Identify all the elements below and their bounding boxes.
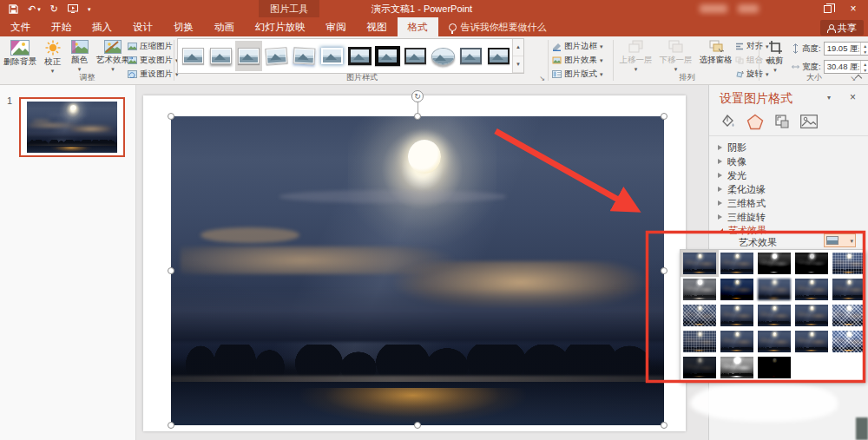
artistic-effect-thumb[interactable] — [683, 253, 716, 274]
ribbon-tab[interactable]: 视图 — [357, 17, 398, 36]
picture-category-icon[interactable] — [799, 111, 819, 132]
artistic-effect-thumb[interactable] — [795, 305, 828, 326]
send-backward-button[interactable]: 下移一层 ▾ — [656, 39, 695, 71]
artistic-effect-thumb[interactable] — [683, 305, 716, 326]
start-slideshow-icon[interactable] — [68, 4, 78, 13]
save-icon[interactable] — [9, 4, 18, 14]
close-window-button[interactable]: × — [842, 0, 865, 17]
redo-icon[interactable]: ↻ — [50, 0, 58, 17]
picture-style-thumb[interactable] — [402, 41, 429, 71]
pane-section-row[interactable]: 三维格式 — [718, 196, 863, 210]
pane-section-row[interactable]: 映像 — [718, 154, 863, 168]
artistic-effect-thumb[interactable] — [720, 357, 753, 378]
gallery-scroll-up-button[interactable]: ▲ — [513, 39, 523, 56]
ribbon-tab[interactable]: 切换 — [163, 17, 204, 36]
resize-handle-right[interactable] — [661, 267, 667, 274]
pane-section-row[interactable]: 柔化边缘 — [718, 182, 863, 196]
artistic-effect-thumb[interactable] — [720, 331, 753, 352]
customize-qat-icon[interactable]: ▾ — [88, 7, 91, 11]
pane-section-row[interactable]: 阴影 — [718, 141, 863, 154]
ribbon-tab[interactable]: 格式 — [398, 17, 438, 36]
ribbon-tab[interactable]: 文件 — [0, 17, 41, 36]
picture-style-thumb[interactable] — [346, 41, 373, 71]
artistic-effect-thumb[interactable] — [683, 331, 716, 352]
ribbon-tab[interactable]: 开始 — [41, 17, 82, 36]
artistic-effect-thumb[interactable] — [758, 331, 791, 352]
resize-handle-left[interactable] — [168, 267, 174, 274]
picture-style-thumb[interactable] — [430, 41, 457, 71]
artistic-effect-thumb[interactable] — [832, 279, 865, 300]
picture-style-thumb[interactable] — [485, 41, 512, 71]
artistic-effect-thumb[interactable] — [832, 305, 865, 326]
artistic-effect-thumb[interactable] — [720, 279, 753, 300]
slide[interactable]: ↻ — [143, 95, 686, 431]
artistic-effect-thumb[interactable] — [720, 305, 753, 326]
collapse-ribbon-icon[interactable] — [856, 74, 862, 80]
rotate-handle[interactable]: ↻ — [411, 90, 424, 102]
compress-picture-button[interactable]: 压缩图片 — [128, 41, 179, 52]
size-properties-icon[interactable] — [772, 111, 792, 132]
picture-style-thumb[interactable] — [374, 41, 401, 71]
ribbon-tab[interactable]: 审阅 — [316, 17, 357, 36]
picture-effects-button[interactable]: 图片效果 ▾ — [552, 55, 603, 66]
artistic-effect-thumb[interactable] — [758, 305, 791, 326]
artistic-effect-thumb[interactable] — [720, 253, 753, 274]
ribbon-tab[interactable]: 幻灯片放映 — [245, 17, 316, 36]
artistic-effect-thumb[interactable] — [758, 357, 791, 378]
pane-options-caret-icon[interactable]: ▾ — [827, 94, 831, 102]
artistic-effect-thumb[interactable] — [795, 279, 828, 300]
artistic-effect-thumb[interactable] — [832, 331, 865, 352]
picture-style-thumb[interactable] — [235, 41, 262, 71]
artistic-effect-thumb[interactable] — [832, 253, 865, 274]
resize-handle-bottom-left[interactable] — [168, 422, 174, 429]
resize-handle-bottom-right[interactable] — [661, 422, 667, 429]
gallery-more-button[interactable]: ▼ — [513, 56, 523, 74]
dialog-launcher-icon[interactable]: ↘ — [539, 76, 545, 82]
artistic-effects-button[interactable]: 艺术效果 ▾ — [94, 39, 132, 73]
tell-me-box[interactable]: 告诉我你想要做什么 — [449, 17, 547, 36]
pane-close-icon[interactable]: × — [850, 91, 856, 103]
ribbon-tab[interactable]: 设计 — [122, 17, 163, 36]
selection-pane-button[interactable]: 选择窗格 — [696, 39, 735, 71]
artistic-effect-thumb[interactable] — [795, 253, 828, 274]
artistic-effects-section-header[interactable]: 艺术效果 — [718, 224, 766, 237]
picture-border-button[interactable]: 图片边框 ▾ — [552, 41, 603, 52]
change-picture-button[interactable]: 更改图片 ▾ — [128, 55, 179, 66]
artistic-effect-thumb[interactable] — [758, 253, 791, 274]
share-button[interactable]: 共享 — [820, 20, 864, 36]
resize-handle-top-right[interactable] — [661, 113, 667, 120]
width-spinner[interactable]: ▲▼ — [860, 61, 868, 73]
selected-picture[interactable]: ↻ — [171, 116, 664, 425]
slide-thumbnail[interactable] — [19, 97, 125, 157]
ribbon-tab[interactable]: 动画 — [204, 17, 245, 36]
pane-section-row[interactable]: 发光 — [718, 168, 863, 182]
restore-window-button[interactable] — [816, 0, 838, 17]
pane-section-row[interactable]: 三维旋转 — [718, 210, 863, 224]
crop-button[interactable]: 裁剪 ▾ — [762, 39, 788, 72]
remove-background-button[interactable]: 删除背景 — [2, 39, 38, 73]
effects-pentagon-icon[interactable] — [745, 111, 766, 132]
artistic-effect-thumb[interactable] — [683, 357, 716, 378]
resize-handle-top-left[interactable] — [168, 113, 174, 120]
picture-style-thumb[interactable] — [263, 41, 290, 71]
resize-handle-top[interactable] — [414, 113, 421, 120]
picture-style-thumb[interactable] — [180, 41, 207, 71]
artistic-effect-thumb[interactable] — [758, 279, 791, 300]
undo-icon[interactable]: ↶ — [28, 0, 36, 17]
fill-line-icon[interactable] — [718, 111, 739, 132]
artistic-effect-thumb[interactable] — [683, 279, 716, 300]
artistic-effect-thumb[interactable] — [795, 331, 828, 352]
height-spinner[interactable]: ▲▼ — [860, 43, 868, 55]
picture-style-thumb[interactable] — [457, 41, 484, 71]
artistic-effect-dropdown[interactable]: ▾ — [824, 233, 856, 247]
bring-forward-button[interactable]: 上移一层 ▾ — [616, 39, 655, 71]
picture-style-thumb[interactable] — [207, 41, 234, 71]
picture-style-thumb[interactable] — [319, 41, 345, 71]
picture-layout-button[interactable]: 图片版式 ▾ — [552, 69, 603, 80]
picture-style-thumb[interactable] — [291, 41, 318, 71]
undo-caret-icon[interactable]: ▾ — [37, 7, 41, 11]
corrections-button[interactable]: 校正 ▾ — [40, 39, 65, 73]
color-button[interactable]: 颜色 ▾ — [67, 39, 92, 73]
ribbon-tab[interactable]: 插入 — [82, 17, 122, 36]
resize-handle-bottom[interactable] — [414, 422, 421, 429]
